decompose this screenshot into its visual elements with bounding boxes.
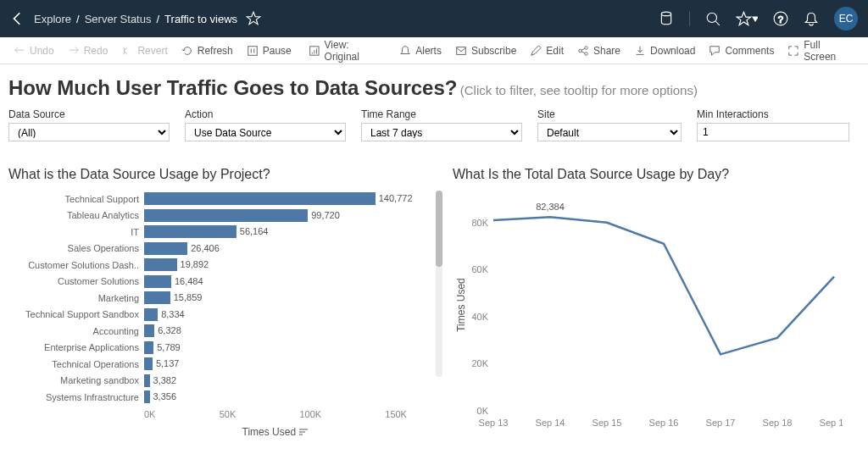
svg-text:0K: 0K	[477, 406, 489, 416]
svg-point-14	[585, 46, 588, 49]
help-icon[interactable]: ?	[773, 11, 788, 26]
breadcrumb-server-status[interactable]: Server Status	[85, 13, 152, 25]
toolbar: Undo Redo Revert Refresh Pause View: Ori…	[0, 37, 868, 64]
database-icon[interactable]	[659, 11, 674, 26]
svg-point-1	[707, 13, 716, 22]
bar-category-label: Technical Operations	[8, 359, 144, 369]
bar-value-label: 6,328	[154, 324, 181, 337]
svg-text:Sep 16: Sep 16	[649, 418, 679, 428]
svg-text:Sep 17: Sep 17	[706, 418, 736, 428]
search-icon[interactable]	[705, 11, 721, 26]
filters: Data Source (All) Action Use Data Source…	[8, 108, 860, 141]
bar-row[interactable]: Customer Solutions Dash..19,892	[8, 257, 432, 274]
bar-row[interactable]: Marketing15,859	[8, 290, 432, 307]
revert-button[interactable]: Revert	[116, 42, 172, 59]
svg-text:80K: 80K	[471, 218, 488, 228]
refresh-button[interactable]: Refresh	[176, 42, 238, 59]
bar-row[interactable]: Technical Operations5,137	[8, 356, 432, 373]
edit-button[interactable]: Edit	[525, 42, 569, 59]
bar-value-label: 56,164	[236, 225, 269, 238]
filter-data-source-label: Data Source	[8, 108, 170, 120]
avatar[interactable]: EC	[834, 7, 858, 30]
filter-time-range-select[interactable]: Last 7 days	[361, 123, 522, 141]
bar-row[interactable]: Systems Infrastructure3,356	[8, 389, 432, 406]
bar-value-label: 140,772	[376, 192, 413, 205]
favorite-star-icon[interactable]	[246, 11, 261, 26]
bar-value-label: 15,859	[170, 291, 203, 304]
bar-category-label: Systems Infrastructure	[8, 392, 144, 402]
bar-row[interactable]: Technical Support140,772	[8, 191, 432, 208]
filter-time-range-label: Time Range	[361, 108, 522, 120]
filter-min-input[interactable]	[697, 123, 849, 141]
bar-value-label: 3,382	[150, 374, 177, 387]
bar-category-label: Customer Solutions	[8, 276, 144, 286]
favorites-star-icon[interactable]	[736, 11, 758, 26]
svg-line-2	[715, 21, 720, 25]
bar-value-label: 8,334	[158, 308, 185, 321]
line-chart: What Is the Total Data Source Usage by D…	[453, 167, 843, 439]
filter-site-label: Site	[537, 108, 682, 120]
bar-chart-xlabel: Times Used	[144, 426, 407, 438]
notifications-bell-icon[interactable]	[804, 11, 819, 26]
svg-text:Sep 15: Sep 15	[593, 418, 622, 428]
subscribe-button[interactable]: Subscribe	[450, 42, 521, 59]
svg-text:Sep 14: Sep 14	[536, 418, 565, 428]
bar-category-label: Technical Support	[8, 194, 144, 204]
svg-text:20K: 20K	[471, 358, 488, 368]
bar-row[interactable]: Enterprise Applications5,789	[8, 340, 432, 357]
filter-action-select[interactable]: Use Data Source	[185, 123, 346, 141]
bar-row[interactable]: Marketing sandbox3,382	[8, 373, 432, 390]
svg-point-0	[661, 12, 670, 16]
back-icon[interactable]	[10, 11, 25, 26]
svg-rect-5	[248, 46, 258, 55]
svg-text:Sep 13: Sep 13	[479, 418, 509, 428]
filter-data-source-select[interactable]: (All)	[8, 123, 170, 141]
view-button[interactable]: View: Original	[303, 36, 391, 65]
line-chart-svg[interactable]: 0K20K40K60K80KTimes UsedSep 13Sep 14Sep …	[453, 191, 843, 436]
share-button[interactable]: Share	[572, 42, 626, 59]
page-subtitle: (Click to filter, see tooltip for more o…	[460, 83, 698, 97]
bar-row[interactable]: Accounting6,328	[8, 323, 432, 340]
svg-point-15	[585, 52, 588, 55]
bar-category-label: Enterprise Applications	[8, 342, 144, 352]
download-button[interactable]: Download	[629, 42, 700, 59]
bar-value-label: 99,720	[308, 209, 340, 222]
svg-text:60K: 60K	[471, 264, 488, 274]
bar-chart-scrollbar[interactable]	[436, 191, 442, 377]
svg-point-13	[579, 49, 582, 53]
sort-icon[interactable]	[298, 428, 309, 436]
svg-line-17	[581, 51, 585, 53]
undo-button[interactable]: Undo	[8, 42, 59, 59]
bar-value-label: 5,137	[153, 357, 180, 370]
bar-row[interactable]: IT56,164	[8, 224, 432, 241]
comments-button[interactable]: Comments	[704, 42, 779, 59]
bar-value-label: 26,406	[187, 242, 220, 255]
fullscreen-button[interactable]: Full Screen	[782, 36, 860, 65]
redo-button[interactable]: Redo	[63, 42, 114, 59]
bar-category-label: IT	[8, 227, 144, 237]
svg-line-16	[581, 48, 585, 50]
svg-text:Times Used: Times Used	[455, 278, 467, 332]
breadcrumb: Explore / Server Status / Traffic to vie…	[34, 13, 237, 25]
filter-min-label: Min Interactions	[697, 108, 849, 120]
svg-rect-12	[457, 47, 466, 54]
filter-site-select[interactable]: Default	[537, 123, 682, 141]
bar-row[interactable]: Customer Solutions16,484	[8, 274, 432, 291]
bar-row[interactable]: Tableau Analytics99,720	[8, 208, 432, 224]
svg-text:82,384: 82,384	[536, 202, 565, 212]
breadcrumb-current: Traffic to views	[164, 13, 237, 25]
bar-category-label: Accounting	[8, 326, 144, 336]
bar-value-label: 16,484	[171, 275, 203, 288]
bar-row[interactable]: Sales Operations26,406	[8, 241, 432, 257]
svg-text:40K: 40K	[471, 312, 488, 322]
bar-chart-title: What is the Data Source Usage by Project…	[8, 167, 432, 182]
topbar: Explore / Server Status / Traffic to vie…	[0, 0, 868, 37]
breadcrumb-explore[interactable]: Explore	[34, 13, 71, 25]
alerts-button[interactable]: Alerts	[394, 42, 447, 59]
svg-text:Sep 18: Sep 18	[763, 418, 793, 428]
bar-row[interactable]: Technical Support Sandbox8,334	[8, 307, 432, 324]
bar-category-label: Sales Operations	[8, 243, 144, 253]
pause-button[interactable]: Pause	[242, 42, 297, 59]
bar-category-label: Customer Solutions Dash..	[8, 260, 144, 270]
bar-category-label: Marketing sandbox	[8, 375, 144, 385]
